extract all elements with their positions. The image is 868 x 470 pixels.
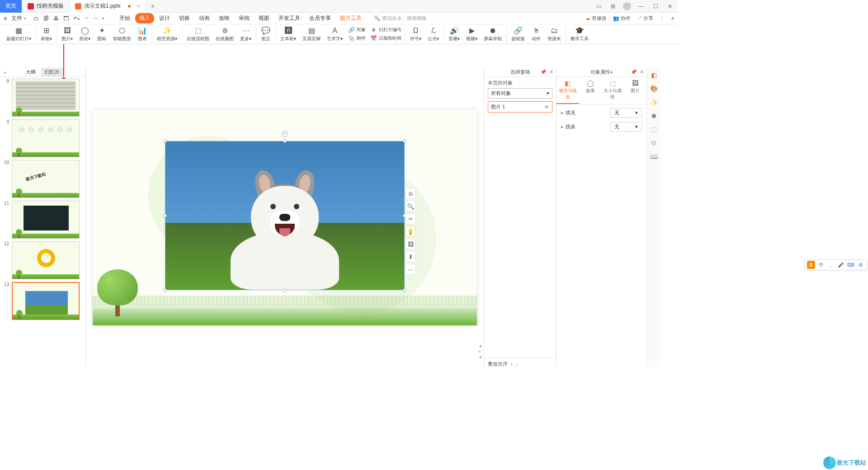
rail-animation-icon[interactable]: ✨ (650, 99, 658, 106)
move-down-icon[interactable]: ↓ (516, 362, 519, 367)
slide-canvas[interactable]: ⟳ (93, 109, 477, 325)
tab-home[interactable]: 首页 (0, 0, 22, 13)
ribbon-header-footer[interactable]: ▤页眉页脚 (300, 26, 323, 43)
slide-thumb-13[interactable] (12, 282, 80, 320)
rail-book-icon[interactable]: 📖 (650, 153, 658, 160)
prop-tab-fill[interactable]: ◧填充与线条 (557, 77, 579, 104)
cloud-sync[interactable]: ☁ 有修改 (585, 15, 607, 22)
qat-more-icon[interactable]: ▾ (102, 16, 104, 21)
resize-handle-br[interactable] (403, 288, 406, 292)
qat-open-icon[interactable]: 🗀 (33, 15, 39, 22)
ribbon-flowchart[interactable]: ⬚在线流程图 (184, 26, 212, 43)
menu-tab-start[interactable]: 开始 (115, 13, 134, 24)
ribbon-hyperlink[interactable]: 🔗超链接 (509, 26, 528, 43)
panel-tab-outline[interactable]: 大纲 (22, 68, 39, 76)
ribbon-textbox[interactable]: 🅰文本框▾ (278, 26, 299, 43)
object-item-1[interactable]: 图片 1👁 (488, 101, 552, 113)
minimize-button[interactable]: — (637, 2, 646, 11)
ribbon-resource[interactable]: ✨稻壳资源▾ (154, 26, 180, 43)
ribbon-smartart[interactable]: ⬡智能图形 (110, 26, 134, 43)
rail-style-icon[interactable]: 🎨 (650, 85, 658, 92)
hamburger-icon[interactable]: ≡ (4, 15, 7, 22)
slide-thumb-11[interactable] (12, 201, 80, 239)
ribbon-chart[interactable]: 📊图表 (135, 26, 150, 43)
ribbon-mindmap[interactable]: ⊛在线脑图 (213, 26, 236, 43)
float-replace-icon[interactable]: 🖼 (405, 239, 416, 249)
pane-pin-icon[interactable]: 📌 (540, 69, 547, 75)
float-crop-icon[interactable]: ✂ (405, 213, 416, 224)
apps-icon[interactable]: ⊞ (609, 2, 618, 11)
rotate-handle[interactable]: ⟳ (282, 131, 288, 137)
prop-tab-effect[interactable]: ◯效果 (579, 77, 602, 104)
close-button[interactable]: ✕ (665, 2, 675, 11)
qat-save-icon[interactable]: 🗐 (43, 15, 49, 22)
qat-undo-icon[interactable]: ↶▾ (73, 15, 80, 22)
file-menu[interactable]: 文件▾ (9, 14, 29, 23)
ribbon-slide-number[interactable]: #️幻灯片编号 (368, 26, 403, 34)
ribbon-more[interactable]: ⋯更多▾ (237, 26, 254, 43)
qat-preview-icon[interactable]: 🗔 (63, 15, 69, 22)
menu-tab-animation[interactable]: 动画 (195, 13, 214, 24)
menu-tab-insert[interactable]: 插入 (135, 13, 154, 24)
float-idea-icon[interactable]: 💡 (405, 226, 416, 237)
rail-layers-icon[interactable]: ⬚ (651, 126, 657, 133)
float-export-icon[interactable]: ⬇ (405, 251, 416, 262)
ribbon-object[interactable]: 🔗对象 (346, 26, 368, 34)
resize-handle-bl[interactable] (163, 288, 167, 292)
resize-handle-tr[interactable] (403, 139, 406, 143)
menu-tab-review[interactable]: 审阅 (235, 13, 254, 24)
line-select[interactable]: 无▾ (610, 122, 642, 132)
pane-close-icon[interactable]: ✕ (549, 69, 553, 75)
scroll-up-icon[interactable]: ▲ (478, 343, 483, 348)
menubar-more-icon[interactable]: ⋮ (660, 15, 665, 21)
expand-icon[interactable]: ▸ (561, 124, 564, 129)
slide-thumb-12[interactable] (12, 241, 80, 279)
objects-filter-combo[interactable]: 所有对象▾ (488, 88, 552, 99)
rail-help-icon[interactable]: ⊙ (651, 139, 656, 146)
move-up-icon[interactable]: ↑ (510, 362, 513, 367)
collaborate-button[interactable]: 👥 协作 (613, 15, 631, 22)
fill-select[interactable]: 无▾ (610, 108, 642, 118)
ribbon-formula[interactable]: ℒ公式▾ (425, 26, 442, 43)
ribbon-action[interactable]: 🖱动作 (528, 26, 544, 43)
visibility-icon[interactable]: 👁 (544, 104, 549, 110)
ribbon-screen-record[interactable]: ⏺屏幕录制 (481, 26, 505, 43)
ribbon-video[interactable]: ▶视频▾ (463, 26, 480, 43)
ribbon-datetime[interactable]: 📅日期和时间 (368, 34, 403, 42)
collapse-panel-icon[interactable]: « (4, 70, 6, 75)
ribbon-icon[interactable]: ✦图标 (94, 26, 109, 43)
resize-handle-ml[interactable] (163, 214, 167, 217)
rail-record-icon[interactable]: ⏺ (651, 112, 657, 119)
prop-tab-picture[interactable]: 🖼图片 (624, 77, 646, 104)
command-search[interactable]: 🔍 查找命令、搜索模板 (374, 15, 427, 22)
float-collapse-icon[interactable]: ⊖ (405, 188, 416, 199)
ribbon-resource-folder[interactable]: 🗂资源夹 (545, 26, 564, 43)
rail-properties-icon[interactable]: ◧ (651, 71, 657, 79)
float-zoom-icon[interactable]: 🔍 (405, 201, 416, 212)
ribbon-picture[interactable]: 🖼图片▾ (59, 26, 75, 43)
add-tab-button[interactable]: + (146, 2, 160, 10)
prop-tab-size[interactable]: ⬚大小与属性 (602, 77, 624, 104)
panel-tab-slides[interactable]: 幻灯片 (41, 68, 63, 76)
menu-tab-slideshow[interactable]: 放映 (215, 13, 234, 24)
layout-icon[interactable]: ▭ (594, 2, 603, 11)
ribbon-teaching-tools[interactable]: 🎓教学工具 (568, 26, 591, 43)
tab-document[interactable]: 演示文稿1.pptx× (70, 0, 146, 13)
ribbon-symbol[interactable]: Ω符号▾ (407, 26, 424, 43)
slide-thumb-8[interactable] (12, 79, 80, 117)
ribbon-audio[interactable]: 🔊音频▾ (446, 26, 462, 43)
close-icon[interactable]: × (137, 3, 140, 9)
pane-pin-icon[interactable]: 📌 (631, 69, 637, 75)
ribbon-comment[interactable]: 💬批注 (258, 26, 274, 43)
pane-close-icon[interactable]: ✕ (640, 69, 644, 75)
menu-tab-picture-tools[interactable]: 图片工具 (336, 13, 366, 24)
expand-icon[interactable]: ▸ (561, 110, 564, 115)
tab-templates[interactable]: 找稻壳模板 (22, 0, 70, 13)
selected-image[interactable]: ⟳ (165, 141, 405, 290)
float-more-icon[interactable]: ⋯ (405, 264, 416, 275)
menu-tab-dev[interactable]: 开发工具 (274, 13, 304, 24)
ribbon-shape[interactable]: ◯形状▾ (76, 26, 93, 43)
qat-redo-icon[interactable]: ↷ (84, 15, 89, 22)
menu-tab-member[interactable]: 会员专享 (305, 13, 335, 24)
qat-print-icon[interactable]: 🖶 (53, 15, 59, 22)
